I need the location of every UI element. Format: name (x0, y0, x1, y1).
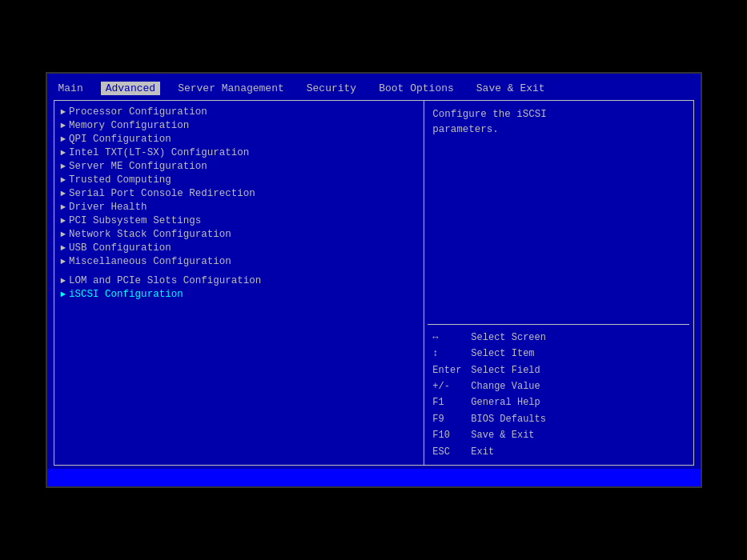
monitor: MainAdvancedServer ManagementSecurityBoo… (30, 48, 718, 512)
key-desc: Select Screen (471, 330, 546, 346)
nav-item-security[interactable]: Security (302, 82, 361, 95)
menu-item-12[interactable]: ►LOM and PCIe Slots Configuration (58, 274, 421, 287)
nav-item-main[interactable]: Main (54, 82, 88, 95)
menu-item-5[interactable]: ►Trusted Computing (58, 174, 421, 186)
menu-item-label-10: USB Configuration (69, 242, 171, 254)
menu-item-4[interactable]: ►Server ME Configuration (58, 160, 421, 173)
info-line: Configure the iSCSI (432, 107, 685, 122)
key-code: ↕ (432, 346, 471, 362)
key-desc: Save & Exit (471, 427, 534, 443)
key-desc: Change Value (471, 378, 540, 394)
menu-item-label-12: LOM and PCIe Slots Configuration (69, 275, 261, 286)
right-info: Configure the iSCSIparameters. (424, 101, 693, 324)
key-row: F10Save & Exit (432, 427, 685, 443)
nav-bar: MainAdvancedServer ManagementSecurityBoo… (47, 80, 701, 97)
key-desc: Select Field (471, 362, 540, 378)
menu-item-label-9: Network Stack Configuration (69, 229, 231, 240)
nav-item-boot-options[interactable]: Boot Options (374, 82, 459, 95)
right-keys: ↔Select Screen↕Select ItemEnterSelect Fi… (424, 325, 693, 465)
menu-item-13[interactable]: ►iSCSI Configuration (58, 288, 421, 301)
key-code: Enter (432, 362, 471, 378)
title-bar (47, 74, 701, 80)
menu-item-11[interactable]: ►Miscellaneous Configuration (58, 255, 421, 268)
key-row: ↔Select Screen (432, 330, 685, 346)
menu-item-label-3: Intel TXT(LT-SX) Configuration (69, 147, 249, 158)
menu-item-label-13: iSCSI Configuration (69, 289, 183, 300)
menu-item-0[interactable]: ►Processor Configuration (58, 106, 421, 118)
key-row: ESCExit (432, 444, 685, 460)
menu-item-label-1: Memory Configuration (69, 120, 189, 131)
right-panel: Configure the iSCSIparameters. ↔Select S… (424, 101, 693, 465)
key-row: ↕Select Item (432, 346, 685, 362)
menu-item-label-4: Server ME Configuration (69, 161, 207, 172)
key-row: F1General Help (432, 394, 685, 410)
menu-item-label-5: Trusted Computing (69, 174, 171, 186)
info-line: parameters. (432, 122, 685, 138)
key-row: +/-Change Value (432, 378, 685, 394)
menu-item-8[interactable]: ►PCI Subsystem Settings (58, 214, 421, 227)
menu-item-label-6: Serial Port Console Redirection (69, 188, 255, 199)
menu-item-9[interactable]: ►Network Stack Configuration (58, 228, 421, 241)
key-desc: BIOS Defaults (471, 411, 546, 427)
nav-item-save-and-exit[interactable]: Save & Exit (472, 82, 550, 95)
key-row: F9BIOS Defaults (432, 411, 685, 427)
key-desc: General Help (471, 394, 540, 410)
key-code: F10 (432, 427, 471, 443)
menu-item-label-8: PCI Subsystem Settings (69, 215, 201, 226)
key-row: EnterSelect Field (432, 362, 685, 378)
menu-item-2[interactable]: ►QPI Configuration (58, 133, 421, 146)
menu-item-3[interactable]: ►Intel TXT(LT-SX) Configuration (58, 146, 421, 159)
menu-item-10[interactable]: ►USB Configuration (58, 242, 421, 254)
key-code: ESC (432, 444, 471, 460)
nav-item-advanced[interactable]: Advanced (101, 82, 160, 95)
key-code: ↔ (432, 330, 471, 346)
key-code: +/- (432, 378, 471, 394)
menu-item-label-0: Processor Configuration (69, 106, 207, 118)
nav-item-server-management[interactable]: Server Management (173, 82, 289, 95)
key-desc: Exit (471, 444, 494, 460)
key-code: F1 (432, 394, 471, 410)
menu-item-label-7: Driver Health (69, 202, 147, 213)
menu-item-7[interactable]: ►Driver Health (58, 201, 421, 214)
bottom-bar (47, 469, 701, 486)
screen: MainAdvancedServer ManagementSecurityBoo… (46, 72, 702, 488)
menu-item-6[interactable]: ►Serial Port Console Redirection (58, 187, 421, 200)
key-code: F9 (432, 411, 471, 427)
left-panel: ►Processor Configuration►Memory Configur… (54, 101, 425, 465)
key-desc: Select Item (471, 346, 534, 362)
content-area: ►Processor Configuration►Memory Configur… (54, 100, 694, 466)
menu-item-1[interactable]: ►Memory Configuration (58, 119, 421, 132)
menu-item-label-11: Miscellaneous Configuration (69, 256, 231, 267)
menu-item-label-2: QPI Configuration (69, 134, 171, 145)
